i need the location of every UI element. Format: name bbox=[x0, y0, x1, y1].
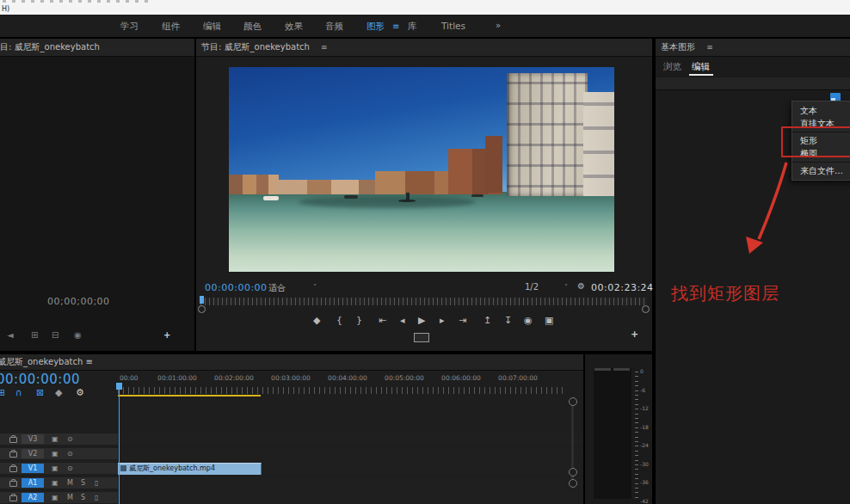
timeline-timecode[interactable]: 00:00:00:00 bbox=[0, 372, 80, 387]
panel-menu-icon[interactable]: ≡ bbox=[706, 43, 713, 52]
settings-wrench-icon[interactable]: ⚙ bbox=[577, 281, 585, 291]
add-button[interactable]: + bbox=[163, 330, 170, 340]
play-button-icon[interactable]: ▶ bbox=[418, 315, 425, 326]
lock-icon[interactable] bbox=[9, 452, 17, 458]
track-target-a1[interactable]: A1 bbox=[22, 478, 44, 488]
program-scrubber[interactable] bbox=[200, 298, 647, 305]
eye-icon[interactable]: ⊙ bbox=[67, 435, 73, 443]
lock-icon[interactable] bbox=[9, 481, 17, 487]
program-video-frame[interactable] bbox=[229, 67, 614, 272]
add-marker-icon[interactable]: ◆ bbox=[313, 315, 320, 326]
export-frame-icon[interactable]: ◉ bbox=[524, 315, 533, 326]
mic-icon[interactable]: ▯ bbox=[95, 494, 98, 501]
fit-select[interactable]: 适合 bbox=[268, 282, 286, 294]
track-content[interactable] bbox=[118, 492, 583, 503]
extract-icon[interactable]: ↧ bbox=[504, 315, 512, 326]
solo-button[interactable]: S bbox=[81, 494, 85, 501]
track-target-a2[interactable]: A2 bbox=[22, 493, 44, 502]
step-back-icon[interactable]: ◂ bbox=[400, 315, 405, 326]
source-panel: 项目: 威尼斯_onekeybatch 00;00;00;00 ◄ ⊞ ⊟ ◉ … bbox=[0, 39, 194, 351]
program-duration-timecode: 00:02:23:24 bbox=[591, 282, 654, 293]
comparison-view-icon[interactable]: ▣ bbox=[545, 315, 553, 326]
tab-libraries[interactable]: 库 bbox=[408, 21, 417, 33]
tab-editing[interactable]: 编辑 bbox=[203, 21, 221, 33]
lock-icon[interactable] bbox=[9, 466, 17, 472]
workspace-menu-icon[interactable]: ≡ bbox=[392, 22, 399, 31]
scrubber-zoom-handle-left[interactable] bbox=[198, 305, 206, 313]
panel-menu-icon[interactable]: ≡ bbox=[321, 43, 328, 52]
track-content[interactable] bbox=[118, 448, 583, 459]
source-panel-header[interactable]: 项目: 威尼斯_onekeybatch bbox=[0, 39, 194, 57]
graphics-panel-header[interactable]: 基本图形 ≡ bbox=[656, 39, 850, 57]
essential-graphics-panel: 基本图形 ≡ 浏览 编辑 文本 直排文本 矩形 椭圆 来自文件… 找到矩形图层 bbox=[656, 39, 850, 504]
snap-icon[interactable]: ∩ bbox=[15, 387, 22, 398]
timeline-panel-header[interactable]: 威尼斯_onekeybatch ≡ bbox=[0, 354, 583, 371]
tab-overflow-icon[interactable]: » bbox=[496, 21, 501, 30]
sync-lock-icon[interactable]: ▣ bbox=[52, 479, 59, 487]
eye-icon[interactable]: ⊙ bbox=[67, 464, 73, 472]
tab-audio[interactable]: 音频 bbox=[325, 21, 343, 33]
chevron-down-icon[interactable]: ˅ bbox=[564, 284, 568, 292]
chevron-down-icon[interactable]: ˅ bbox=[313, 284, 317, 292]
lock-icon[interactable] bbox=[9, 495, 17, 501]
go-to-out-icon[interactable]: ⇥ bbox=[459, 315, 466, 326]
mark-in-icon[interactable]: { bbox=[336, 315, 342, 326]
program-current-timecode[interactable]: 00:00:00:00 bbox=[205, 282, 268, 293]
scrollbar-handle[interactable] bbox=[569, 468, 577, 476]
mic-icon[interactable]: ▯ bbox=[95, 479, 98, 487]
lock-icon[interactable] bbox=[9, 437, 17, 443]
ruler-label: 00:06:00:00 bbox=[435, 374, 487, 382]
tab-assembly[interactable]: 组件 bbox=[162, 21, 180, 33]
audio-output-icon[interactable]: ◄ bbox=[7, 330, 14, 340]
timeline-clip[interactable]: 威尼斯_onekeybatch.mp4 bbox=[118, 463, 262, 475]
tab-graphics[interactable]: 图形 bbox=[366, 21, 385, 33]
premiere-app-window: H) 学习 组件 编辑 颜色 效果 音频 图形 ≡ 库 Titles » 项目:… bbox=[0, 0, 850, 504]
eye-icon[interactable]: ⊙ bbox=[67, 450, 73, 458]
sync-lock-icon[interactable]: ▣ bbox=[52, 435, 59, 443]
panel-menu-icon[interactable]: ≡ bbox=[86, 357, 93, 366]
timeline-playhead[interactable] bbox=[116, 383, 122, 390]
insert-icon[interactable]: ⊞ bbox=[31, 330, 38, 340]
tab-titles[interactable]: Titles bbox=[441, 21, 465, 31]
step-forward-icon[interactable]: ▸ bbox=[440, 315, 445, 326]
export-frame-icon[interactable]: ◉ bbox=[74, 330, 82, 340]
tab-color[interactable]: 颜色 bbox=[243, 21, 262, 33]
playback-resolution-select[interactable]: 1/2 bbox=[525, 282, 539, 292]
menu-item-from-file[interactable]: 来自文件… bbox=[792, 164, 850, 177]
linked-selection-icon[interactable]: ⊠ bbox=[36, 387, 44, 398]
audio-meters-panel: 0 -6 -12 -18 -24 -30 -36 -42 bbox=[585, 354, 652, 504]
scrollbar-handle[interactable] bbox=[569, 397, 577, 406]
scrollbar-handle[interactable] bbox=[569, 479, 577, 488]
track-header: A1 ▣ M S ▯ bbox=[0, 477, 118, 489]
mark-out-icon[interactable]: } bbox=[356, 315, 362, 326]
track-content[interactable] bbox=[118, 433, 583, 445]
scrubber-zoom-handle-right[interactable] bbox=[642, 305, 650, 313]
overwrite-icon[interactable]: ⊟ bbox=[52, 330, 59, 340]
program-playhead[interactable] bbox=[200, 296, 204, 304]
tab-learn[interactable]: 学习 bbox=[120, 21, 139, 33]
track-target-v1[interactable]: V1 bbox=[22, 464, 44, 473]
mute-button[interactable]: M bbox=[67, 494, 73, 501]
track-target-v2[interactable]: V2 bbox=[22, 449, 44, 458]
go-to-in-icon[interactable]: ⇤ bbox=[379, 315, 386, 326]
mute-button[interactable]: M bbox=[67, 479, 73, 487]
sync-lock-icon[interactable]: ▣ bbox=[52, 464, 59, 472]
timeline-settings-wrench-icon[interactable]: ⚙ bbox=[76, 387, 84, 398]
add-marker-icon[interactable]: ◆ bbox=[55, 387, 62, 398]
nest-toggle-icon[interactable]: ⊞ bbox=[0, 387, 5, 398]
sync-lock-icon[interactable]: ▣ bbox=[52, 494, 59, 501]
lift-icon[interactable]: ↥ bbox=[484, 315, 491, 326]
add-button[interactable]: + bbox=[631, 329, 638, 340]
timeline-playhead-line[interactable] bbox=[119, 385, 120, 504]
tab-effects[interactable]: 效果 bbox=[285, 21, 303, 33]
tab-browse[interactable]: 浏览 bbox=[663, 61, 681, 73]
timeline-ruler[interactable] bbox=[118, 387, 564, 394]
track-target-v3[interactable]: V3 bbox=[22, 434, 44, 444]
sync-lock-icon[interactable]: ▣ bbox=[52, 450, 59, 458]
program-panel-header[interactable]: 节目: 威尼斯_onekeybatch ≡ bbox=[196, 39, 652, 57]
track-content[interactable] bbox=[118, 477, 583, 489]
menu-item-text[interactable]: 文本 bbox=[792, 104, 850, 117]
tab-edit[interactable]: 编辑 bbox=[692, 61, 710, 73]
solo-button[interactable]: S bbox=[81, 479, 85, 487]
button-editor-icon[interactable] bbox=[414, 333, 429, 342]
